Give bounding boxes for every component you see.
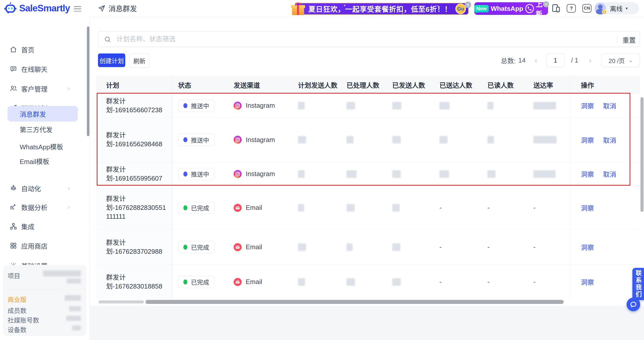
- sidebar-item-whatsapp-template[interactable]: WhatsApp模板: [20, 142, 63, 151]
- channel: Instagram: [234, 170, 275, 178]
- plan-value-redacted: [65, 295, 81, 301]
- chat-icon: [10, 65, 17, 73]
- redacted-value: [346, 102, 355, 109]
- page-title-text: 消息群发: [109, 3, 137, 13]
- cancel-link[interactable]: 取消: [603, 169, 616, 179]
- topbar: SaleSmartly 消息群发 夏日狂欢，一起享受套餐折扣，低至6折！！ Go…: [0, 0, 644, 17]
- insight-link[interactable]: 洞察: [581, 169, 594, 179]
- redacted-value: [392, 204, 400, 212]
- col-plan: 计划: [106, 76, 119, 94]
- redacted-value: [346, 136, 354, 144]
- refresh-button[interactable]: 刷新: [129, 53, 150, 68]
- sidebar-item-home[interactable]: 首页: [0, 42, 86, 57]
- sidebar-item-livechat[interactable]: 在线聊天: [0, 61, 86, 76]
- next-page-icon[interactable]: ›: [589, 56, 591, 65]
- prev-page-icon[interactable]: ‹: [535, 56, 537, 65]
- horizontal-scrollbar[interactable]: [145, 300, 564, 304]
- robot-icon: [10, 184, 17, 192]
- status-dot-pushing: [183, 137, 187, 142]
- search-box: 重置: [98, 31, 640, 47]
- redacted-value: [487, 136, 494, 144]
- sidebar-item-thirdparty[interactable]: 第三方代发: [20, 125, 53, 134]
- help-icon[interactable]: ?: [567, 4, 576, 13]
- search-input[interactable]: [116, 32, 644, 46]
- status-dot-done: [183, 205, 187, 210]
- sidebar-item-analytics[interactable]: 数据分析 ›: [0, 200, 86, 215]
- status-badge: 推送中: [178, 168, 214, 180]
- chevron-right-icon: ›: [68, 85, 70, 92]
- contact-us-tab[interactable]: 联系我们: [632, 268, 644, 300]
- cancel-link[interactable]: 取消: [603, 101, 616, 110]
- whatsapp-banner-close-icon[interactable]: ×: [543, 1, 549, 7]
- select-caret-icon: ⌄: [628, 57, 633, 64]
- sidebar: 首页 在线聊天 客户管理 › 群发计划 ˅ 消息群发 第三方代发 WhatsAp…: [0, 17, 90, 340]
- create-plan-button[interactable]: 创建计划: [98, 53, 125, 67]
- empty-value: -: [533, 204, 536, 212]
- status-badge: 推送中: [178, 134, 214, 146]
- instagram-icon: [234, 170, 242, 178]
- status-badge: 已完成: [178, 202, 214, 214]
- user-menu-caret-icon: ▼: [625, 7, 628, 10]
- page-size-select[interactable]: 20 /页 ⌄: [602, 53, 640, 67]
- insight-link[interactable]: 洞察: [581, 101, 594, 110]
- insight-link[interactable]: 洞察: [581, 135, 594, 145]
- insight-link[interactable]: 洞察: [581, 242, 594, 252]
- collapse-sidebar-icon[interactable]: [74, 6, 81, 12]
- channel: Instagram: [234, 102, 275, 110]
- contact-chat-bubble[interactable]: [627, 298, 640, 311]
- channel: Instagram: [234, 136, 275, 144]
- table-row: 群发计划-1691656298468 推送中 Instagram 洞察 取消: [96, 118, 640, 162]
- current-page-input[interactable]: 1: [546, 53, 564, 67]
- status-dot-done: [183, 279, 187, 285]
- sidebar-scrollbar[interactable]: [87, 26, 89, 136]
- channel: Email: [234, 243, 262, 251]
- empty-value: -: [533, 278, 536, 286]
- sidebar-item-email-template[interactable]: Email模板: [20, 156, 49, 166]
- total-count: 14: [518, 56, 526, 64]
- plan-name: 群发计划-1691655995607: [106, 165, 168, 183]
- instagram-icon: [234, 102, 242, 110]
- whatsapp-promo-banner[interactable]: New WhatsApp 上新: [474, 2, 548, 15]
- search-icon: [104, 36, 111, 43]
- project-summary-card: 项目 商业版 成员数 社媒账号数 设备数: [3, 265, 86, 336]
- channel: Email: [234, 204, 262, 212]
- header-divider: [90, 17, 644, 17]
- analytics-icon: [10, 203, 17, 211]
- redacted-value: [346, 170, 357, 178]
- insight-link[interactable]: 洞察: [581, 203, 594, 212]
- redacted-value: [487, 170, 496, 178]
- empty-value: -: [487, 204, 490, 212]
- actions-column-separator: [570, 76, 570, 299]
- redacted-value: [346, 243, 353, 251]
- plan-name: 群发计划-1676283702988: [106, 238, 168, 256]
- col-status: 状态: [178, 76, 191, 94]
- horizontal-scrollbar-track[interactable]: [98, 300, 144, 303]
- channel: Email: [234, 278, 262, 286]
- empty-value: -: [487, 278, 490, 286]
- redacted-value: [298, 204, 304, 212]
- cancel-link[interactable]: 取消: [603, 135, 616, 145]
- vertical-scrollbar[interactable]: [640, 97, 643, 212]
- sidebar-item-integrations[interactable]: 集成: [0, 219, 86, 234]
- brand-logo[interactable]: SaleSmartly: [4, 2, 70, 15]
- devices-icon[interactable]: [551, 4, 561, 13]
- language-toggle-icon[interactable]: CN: [582, 4, 591, 13]
- summer-banner-close-icon[interactable]: ×: [465, 2, 471, 8]
- users-icon: [10, 85, 17, 92]
- reset-button[interactable]: 重置: [623, 35, 636, 44]
- redacted-value: [392, 243, 400, 251]
- insight-link[interactable]: 洞察: [581, 277, 594, 287]
- user-menu[interactable]: 离线 ▼: [594, 2, 639, 14]
- redacted-value: [533, 170, 556, 178]
- status-dot-done: [183, 245, 187, 250]
- away-status-icon: [602, 9, 607, 14]
- below-table-area: [90, 306, 644, 340]
- sidebar-item-automation[interactable]: 自动化 ›: [0, 181, 86, 196]
- sidebar-item-message-broadcast-active[interactable]: 消息群发: [8, 106, 78, 122]
- sidebar-item-customers[interactable]: 客户管理 ›: [0, 81, 86, 96]
- promo-go-button[interactable]: Go: [455, 4, 466, 14]
- sidebar-item-appstore[interactable]: 应用商店: [0, 238, 86, 253]
- project-label: 项目: [8, 271, 20, 280]
- col-rate: 送达率: [533, 76, 553, 94]
- summer-promo-banner[interactable]: 夏日狂欢，一起享受套餐折扣，低至6折！！ Go: [295, 3, 469, 15]
